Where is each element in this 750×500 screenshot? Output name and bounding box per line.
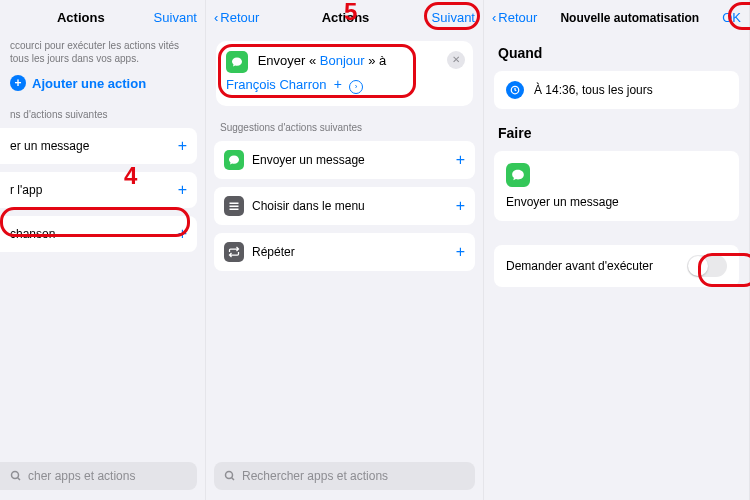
chevron-left-icon: ‹ [214,10,218,25]
add-recipient-icon[interactable]: + [334,76,342,92]
suggestion-repeat[interactable]: Répéter + [214,233,475,271]
plus-icon[interactable]: + [456,197,465,215]
repeat-icon [224,242,244,262]
svg-point-0 [12,472,19,479]
search-placeholder: cher apps et actions [28,469,135,483]
description-text: ccourci pour exécuter les actions vités … [0,39,205,65]
back-button[interactable]: ‹ Retour [492,10,537,25]
svg-rect-2 [230,202,239,204]
chevron-left-icon: ‹ [492,10,496,25]
search-input[interactable]: cher apps et actions [0,462,197,490]
search-placeholder: Rechercher apps et actions [242,469,388,483]
header: ‹ Retour Nouvelle automatisation OK [484,0,749,33]
suggestion-song[interactable]: chanson + [0,216,197,252]
plus-icon[interactable]: + [178,225,187,243]
page-title: Nouvelle automatisation [560,11,699,25]
page-title: Actions [322,10,370,25]
list-item-label: Envoyer un message [252,153,365,167]
expand-icon[interactable]: › [349,80,363,94]
search-input[interactable]: Rechercher apps et actions [214,462,475,490]
do-text: Envoyer un message [506,195,619,209]
compose-text-pre: Envoyer « [258,53,320,68]
plus-icon: + [10,75,26,91]
suggestion-send-message[interactable]: er un message + [0,128,197,164]
message-token[interactable]: Bonjour [320,53,365,68]
suggestions-label: Suggestions d'actions suivantes [206,114,483,137]
suggestion-app[interactable]: r l'app + [0,172,197,208]
svg-rect-4 [230,208,239,210]
svg-point-5 [226,472,233,479]
svg-rect-3 [230,205,239,207]
list-item-label: r l'app [10,183,42,197]
svg-line-1 [18,478,21,481]
list-item-label: Choisir dans le menu [252,199,365,213]
suggestion-send-message[interactable]: Envoyer un message + [214,141,475,179]
next-button[interactable]: Suivant [154,10,197,25]
do-section-header: Faire [484,113,749,147]
panel-2-actions: ‹ Retour Actions Suivant Envoyer « Bonjo… [206,0,484,500]
next-button[interactable]: Suivant [432,10,475,25]
header: ‹ Retour Actions Suivant [206,0,483,33]
plus-icon[interactable]: + [178,181,187,199]
back-button[interactable]: ‹ Retour [214,10,259,25]
suggestion-choose-menu[interactable]: Choisir dans le menu + [214,187,475,225]
clock-icon [506,81,524,99]
compose-text-mid: » à [365,53,387,68]
search-icon [10,470,22,482]
plus-icon[interactable]: + [456,151,465,169]
plus-icon[interactable]: + [456,243,465,261]
search-icon [224,470,236,482]
compose-action-card[interactable]: Envoyer « Bonjour » à François Charron +… [216,41,473,106]
header: Actions Suivant [0,0,205,33]
when-row[interactable]: À 14:36, tous les jours [494,71,739,109]
list-item-label: er un message [10,139,89,153]
svg-line-6 [232,478,235,481]
do-row[interactable]: Envoyer un message [494,151,739,221]
list-item-label: Répéter [252,245,295,259]
when-section-header: Quand [484,33,749,67]
panel-1-actions: Actions Suivant ccourci pour exécuter le… [0,0,206,500]
messages-icon [224,150,244,170]
add-action-button[interactable]: + Ajouter une action [0,65,205,101]
back-label: Retour [220,10,259,25]
messages-app-icon [506,163,530,187]
add-action-label: Ajouter une action [32,76,146,91]
plus-icon[interactable]: + [178,137,187,155]
ask-toggle[interactable] [687,255,727,277]
recipient-token[interactable]: François Charron [226,77,326,92]
page-title: Actions [57,10,105,25]
list-item-label: chanson [10,227,55,241]
ask-label: Demander avant d'exécuter [506,259,653,273]
back-label: Retour [498,10,537,25]
ask-before-row: Demander avant d'exécuter [494,245,739,287]
when-text: À 14:36, tous les jours [534,83,653,97]
ok-button[interactable]: OK [722,10,741,25]
suggestions-label: ns d'actions suivantes [0,101,205,124]
clear-action-button[interactable]: ✕ [447,51,465,69]
messages-app-icon [226,51,248,73]
menu-icon [224,196,244,216]
panel-3-automation: ‹ Retour Nouvelle automatisation OK Quan… [484,0,750,500]
